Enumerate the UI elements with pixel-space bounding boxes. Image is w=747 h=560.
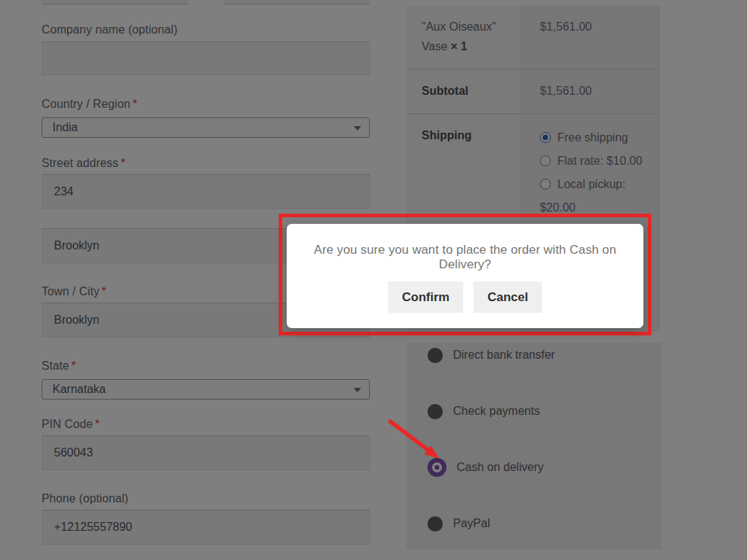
cancel-button[interactable]: Cancel <box>473 281 542 313</box>
checkout-page: Company name (optional) Country / Region… <box>0 0 747 560</box>
dialog-message: Are you sure you want to place the order… <box>287 243 643 272</box>
annotation-arrow-icon <box>361 405 456 470</box>
dialog-buttons: Confirm Cancel <box>287 281 643 313</box>
confirm-button[interactable]: Confirm <box>388 281 463 313</box>
confirm-dialog: Are you sure you want to place the order… <box>287 224 643 328</box>
